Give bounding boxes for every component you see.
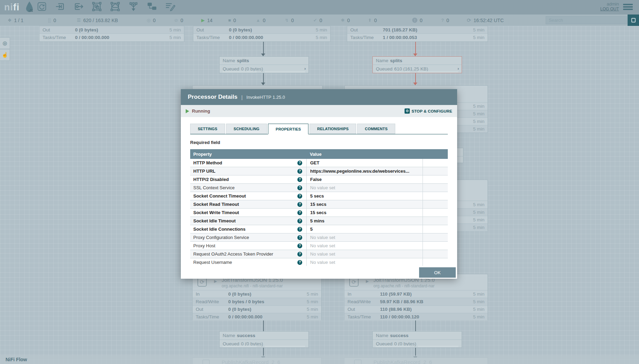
- dialog-title: Processor Details: [188, 94, 238, 100]
- search-input[interactable]: [546, 16, 627, 24]
- processor-fragment[interactable]: Out0 (0 bytes)5 min Tasks/Time0 / 00:00:…: [193, 26, 331, 42]
- bulletin-icon: [631, 18, 636, 22]
- property-row: Socket Read Timeout15 secs: [190, 200, 448, 209]
- not-transmitting-count: ⊘0: [174, 15, 183, 26]
- connection-line-alarm: [415, 73, 416, 83]
- tab-comments[interactable]: COMMENTS: [357, 124, 395, 134]
- process-group-icon[interactable]: [91, 1, 102, 12]
- connection-line: [263, 320, 264, 331]
- nifi-drop-icon: [25, 1, 34, 14]
- running-count: ▶14: [201, 15, 213, 26]
- flow-status-bar: ❖1 / 1 ⣿0 ☰620 / 163.82 KB ◎0 ⊘0 ▶14 ■0 …: [0, 15, 639, 26]
- queued-status: ☰620 / 163.82 KB: [77, 15, 118, 26]
- breadcrumb-bar: NiFi Flow: [0, 355, 639, 364]
- connection-label-splits[interactable]: Namesplits Queued610 (161.25 KB)◑: [372, 56, 462, 73]
- breadcrumb[interactable]: NiFi Flow: [6, 357, 27, 362]
- stale-count: ⬆0: [368, 15, 377, 26]
- asterisk-icon: ✱: [341, 18, 345, 23]
- queued-icon: ☰: [77, 18, 81, 23]
- dialog-header: Processor Details | InvokeHTTP 1.25.0: [181, 89, 457, 105]
- connection-line: [415, 320, 416, 331]
- processor-jolttransformjson[interactable]: ⟳ ▶ JoltTransformJSON 1.25.0 org.apache.…: [192, 274, 322, 320]
- disabled-count: ↯0: [285, 15, 294, 26]
- running-state-label: Running: [192, 108, 210, 114]
- property-row: HTTP URLhttps://www.pegelonline.wsv.de/w…: [190, 167, 448, 175]
- help-icon[interactable]: [297, 260, 302, 265]
- connection-arrow-icon: [261, 83, 265, 85]
- up-to-date-count: ✔0: [313, 15, 322, 26]
- template-icon[interactable]: [146, 1, 157, 12]
- stopped-count: ■0: [228, 15, 236, 26]
- flow-canvas[interactable]: ◎ ☝ Out0 (0 bytes)5 min Tasks/Time0 / 00…: [0, 26, 639, 364]
- help-icon[interactable]: [297, 243, 302, 248]
- help-icon[interactable]: [297, 177, 302, 182]
- dialog-subtitle: InvokeHTTP 1.25.0: [247, 95, 285, 100]
- property-row: Socket Connect Timeout5 secs: [190, 192, 448, 200]
- locally-modified-count: ✱0: [341, 15, 350, 26]
- connection-label-success[interactable]: Namesuccess Queued0 (0 bytes): [219, 331, 309, 348]
- value-column-header: Value: [306, 152, 423, 157]
- refresh-icon[interactable]: ⟳: [467, 17, 471, 23]
- properties-table-header: Property Value: [190, 149, 448, 159]
- navigate-palette-button[interactable]: ◎: [0, 37, 10, 49]
- run-status-icon: ▶: [366, 279, 369, 284]
- stop-and-configure-button[interactable]: STOP & CONFIGURE: [405, 108, 452, 114]
- tab-properties[interactable]: PROPERTIES: [268, 124, 308, 134]
- connection-arrow-icon: [413, 83, 417, 85]
- exclamation-icon: !: [412, 18, 417, 23]
- output-port-icon[interactable]: [73, 1, 84, 12]
- component-toolbar: [36, 1, 176, 12]
- help-icon[interactable]: [297, 194, 302, 199]
- help-icon[interactable]: [297, 202, 302, 207]
- properties-table: Property Value HTTP MethodGET HTTP URLht…: [190, 149, 448, 266]
- help-icon[interactable]: [297, 169, 302, 174]
- stopped-icon: ■: [228, 18, 231, 23]
- label-icon[interactable]: [165, 1, 176, 12]
- question-icon: ?: [441, 18, 444, 23]
- connection-label-success[interactable]: Namesuccess Queued0 (0 bytes): [372, 331, 462, 348]
- not-transmitting-icon: ⊘: [174, 18, 178, 23]
- processor-icon[interactable]: [36, 1, 47, 12]
- tab-relationships[interactable]: RELATIONSHIPS: [309, 124, 356, 134]
- input-port-icon[interactable]: [55, 1, 66, 12]
- transmitting-count: ◎0: [147, 15, 156, 26]
- tab-settings[interactable]: SETTINGS: [190, 124, 225, 134]
- property-row: Socket Idle Timeout5 mins: [190, 217, 448, 225]
- tab-scheduling[interactable]: SCHEDULING: [226, 124, 267, 134]
- queue-fill-icon: ◑: [456, 66, 459, 71]
- property-row: Request UsernameNo value set: [190, 258, 448, 266]
- connection-line: [263, 42, 264, 54]
- processor-fragment[interactable]: Out701 (185.27 KB)5 min Tasks/Time1 / 00…: [347, 26, 488, 42]
- processor-stamp-icon: ⟳: [349, 277, 359, 287]
- ok-button[interactable]: OK: [419, 267, 456, 278]
- help-icon[interactable]: [297, 235, 302, 240]
- property-row: Request OAuth2 Access Token ProviderNo v…: [190, 250, 448, 258]
- help-icon[interactable]: [297, 185, 302, 190]
- nifi-logo: nifi: [4, 1, 20, 13]
- logout-link[interactable]: LOG OUT: [600, 7, 619, 11]
- connection-line: [263, 73, 264, 83]
- operate-palette-button[interactable]: ☝: [0, 49, 10, 61]
- active-threads: ⣿0: [48, 15, 56, 26]
- global-menu-icon[interactable]: [623, 4, 633, 11]
- funnel-icon[interactable]: [128, 1, 139, 12]
- help-icon[interactable]: [297, 252, 302, 257]
- processor-details-dialog: Processor Details | InvokeHTTP 1.25.0 Ru…: [181, 89, 457, 279]
- last-refresh: ⟳16:52:42 UTC: [467, 15, 504, 26]
- property-row: SSL Context ServiceNo value set: [190, 184, 448, 192]
- connection-line-alarm: [415, 42, 416, 54]
- threads-icon: ⣿: [48, 18, 51, 23]
- processor-jolttransformjson[interactable]: ⟳ ▶ JoltTransformJSON 1.25.0 org.apache.…: [344, 274, 488, 320]
- help-icon[interactable]: [297, 219, 302, 223]
- help-icon[interactable]: [297, 161, 302, 165]
- cluster-status: ❖1 / 1: [8, 15, 24, 26]
- sync-failure-count: ?0: [441, 15, 449, 26]
- help-icon[interactable]: [297, 210, 302, 215]
- help-icon[interactable]: [297, 227, 302, 232]
- dialog-tabs: SETTINGS SCHEDULING PROPERTIES RELATIONS…: [190, 124, 448, 134]
- remote-process-group-icon[interactable]: [110, 1, 121, 12]
- processor-fragment[interactable]: Out0 (0 bytes)5 min Tasks/Time0 / 00:00:…: [39, 26, 184, 42]
- bulletin-board-button[interactable]: [628, 15, 639, 26]
- property-row: Socket Write Timeout15 secs: [190, 209, 448, 217]
- connection-label-splits[interactable]: Namesplits Queued0 (0 bytes)◑: [219, 56, 309, 73]
